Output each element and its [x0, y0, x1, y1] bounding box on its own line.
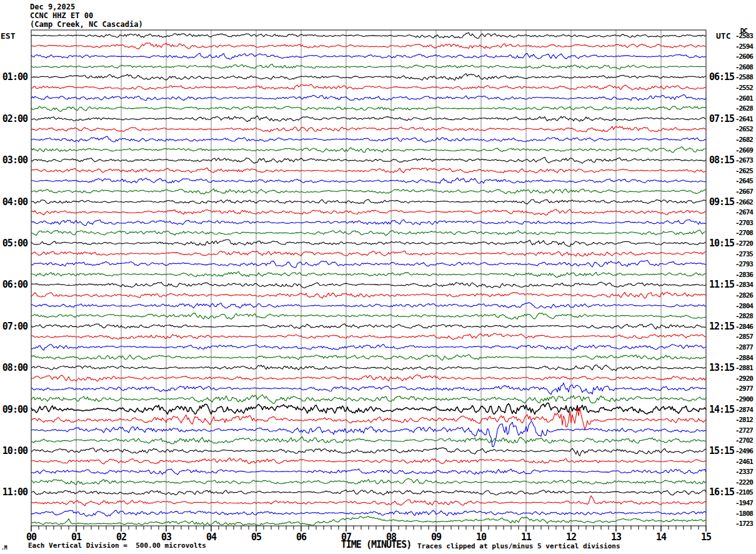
seismogram-trace: [31, 168, 706, 173]
est-hour-label: 06:00: [0, 279, 27, 290]
seismogram-trace: [31, 437, 706, 444]
dc-value: -2828: [735, 312, 753, 320]
dc-value: -2220: [735, 478, 753, 486]
dc-value: -2836: [735, 271, 753, 279]
minute-label: 15: [701, 531, 711, 543]
dc-value: -2662: [735, 198, 753, 206]
dc-value: -2552: [735, 84, 753, 92]
seismogram-trace: [31, 292, 706, 298]
dc-value: -2877: [735, 343, 753, 351]
dc-value: -2606: [735, 53, 753, 61]
dc-value: -2601: [735, 94, 753, 103]
seismogram-trace: [31, 510, 706, 516]
seismogram-trace: [31, 147, 706, 153]
seismogram-trace: [31, 116, 706, 121]
dc-value: -2105: [735, 488, 753, 496]
minute-label: 05: [251, 531, 261, 543]
seismogram-trace: [31, 126, 706, 132]
seismogram-trace: [31, 271, 706, 277]
seismogram-trace: [31, 189, 706, 194]
scale-note: Each Vertical Division = 500.00 microvol…: [28, 541, 206, 550]
minute-label: 14: [656, 531, 666, 543]
seismogram-trace: [31, 403, 706, 415]
dc-value: -2884: [735, 354, 753, 362]
seismogram-trace: [31, 469, 706, 475]
dc-value: -2496: [735, 447, 753, 455]
dc-value: -2727: [735, 426, 753, 435]
seismogram-trace: [31, 53, 706, 59]
seismogram-trace: [31, 448, 706, 456]
utc-hour-label: 08:15: [709, 154, 734, 166]
dc-value: -2682: [735, 136, 753, 144]
seismogram-trace: [31, 64, 706, 69]
utc-hour-label: 14:15: [709, 404, 734, 415]
utc-hour-label: 12:15: [709, 321, 734, 332]
seismogram-trace: [31, 408, 706, 430]
utc-hour-label: 10:15: [709, 238, 734, 249]
station-code: CCNC HHZ ET 00: [30, 11, 93, 20]
seismogram-trace: [31, 395, 706, 403]
utc-hour-label: 15:15: [709, 445, 734, 456]
dc-value: -2641: [735, 115, 753, 123]
dc-value: -1947: [735, 499, 753, 507]
est-hour-label: 01:00: [0, 71, 27, 83]
est-hour-label: 08:00: [0, 362, 27, 373]
dc-value: -2669: [735, 146, 753, 154]
est-hour-label: 03:00: [0, 154, 27, 166]
clip-note: Traces clipped at plus/minus 5 vertical …: [417, 542, 620, 550]
dc-value: -2588: [735, 73, 753, 81]
seismogram-trace: [31, 178, 706, 183]
est-hour-label: 07:00: [0, 321, 27, 332]
seismogram-trace: [31, 496, 706, 506]
dc-value: -2594: [735, 43, 753, 51]
minute-label: 10: [476, 531, 486, 543]
dc-value: -2735: [735, 250, 753, 258]
seismogram-trace: [31, 365, 706, 371]
seismogram-trace: [31, 219, 706, 225]
seismogram-trace: [31, 516, 706, 525]
est-hour-label: 05:00: [0, 238, 27, 249]
seismogram-trace: [31, 136, 706, 143]
minute-label: 13: [611, 531, 621, 543]
seismogram-trace: [31, 313, 706, 320]
minute-label: 09: [431, 531, 441, 543]
dc-value: -2812: [735, 416, 753, 424]
seismogram-trace: [31, 282, 706, 288]
est-hour-label: 04:00: [0, 196, 27, 208]
dc-value: -2625: [735, 167, 753, 175]
dc-value: -2793: [735, 260, 753, 268]
dc-value: -2881: [735, 364, 753, 372]
seismogram-trace: [31, 209, 706, 216]
seismogram-trace: [31, 84, 706, 90]
seismogram-trace: [31, 94, 706, 100]
seismogram-trace: [31, 43, 706, 49]
seismogram-trace: [31, 333, 706, 340]
dc-value: -1808: [735, 510, 753, 518]
seismogram-trace: [31, 303, 706, 308]
est-hour-label: 10:00: [0, 445, 27, 456]
dc-value: -2720: [735, 239, 753, 248]
minute-label: 06: [296, 531, 306, 543]
seismogram-trace: [31, 345, 706, 351]
seismogram-trace: [31, 383, 706, 395]
seismogram-trace: [31, 239, 706, 246]
dc-value: -2583: [735, 32, 753, 40]
dc-value: -2826: [735, 291, 753, 300]
dc-value: -2804: [735, 302, 753, 310]
seismogram-trace: [31, 478, 706, 485]
est-hour-label: 02:00: [0, 113, 27, 124]
dc-value: -2702: [735, 436, 753, 445]
seismogram-trace: [31, 158, 706, 164]
station-location: (Camp Creek, NC Cascadia): [30, 20, 143, 29]
dc-value: -2703: [735, 219, 753, 227]
dc-value: -2834: [735, 281, 753, 289]
minute-label: 12: [566, 531, 576, 543]
dc-value: -2608: [735, 63, 753, 71]
left-axis-header-est: EST: [1, 31, 15, 41]
corner-mark: .M: [1, 545, 7, 551]
est-hour-label: 09:00: [0, 404, 27, 415]
dc-value: -2461: [735, 458, 753, 466]
seismogram-trace: [31, 458, 706, 464]
seismogram-trace: [31, 355, 706, 360]
dc-value: -2337: [735, 468, 753, 476]
